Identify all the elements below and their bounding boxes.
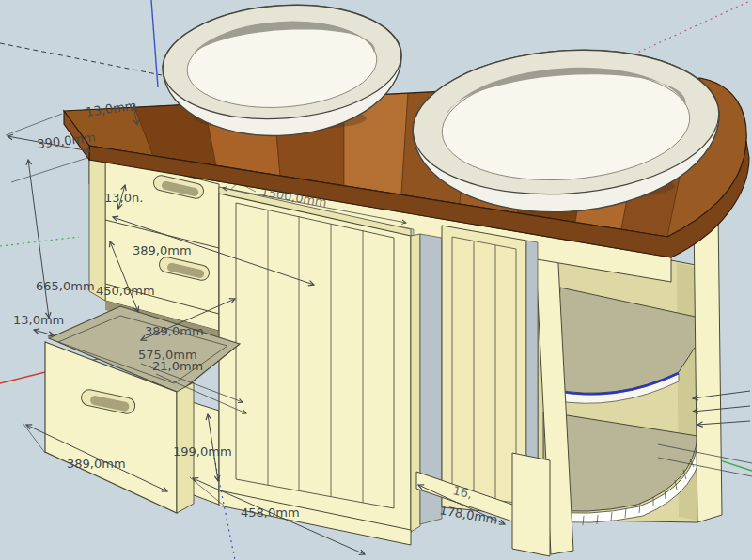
dim-ext bbox=[11, 158, 87, 182]
dim-ext bbox=[23, 423, 45, 453]
dim-label-drawer-width-bottom[interactable]: 389,0mm bbox=[67, 457, 126, 471]
dim-label-rail-thickness[interactable]: 13,0n. bbox=[104, 191, 143, 205]
dim-label-drawer-bank-height[interactable]: 450,0mm bbox=[96, 284, 155, 298]
dim-label-door-width[interactable]: 458,0mm bbox=[241, 506, 300, 520]
dim-line-side-thickness[interactable] bbox=[34, 330, 54, 335]
dim-label-drawer-width-mid[interactable]: 389,0mm bbox=[145, 324, 204, 338]
dim-label-drawer-width-top[interactable]: 389,0mm bbox=[133, 243, 192, 257]
dim-label-side-thickness[interactable]: 13,0mm bbox=[13, 313, 64, 327]
center-door[interactable] bbox=[219, 187, 420, 532]
right-side-panel[interactable] bbox=[694, 210, 722, 522]
blue-axis-line bbox=[151, 0, 158, 87]
center-right-leg[interactable] bbox=[512, 453, 550, 556]
dim-ext bbox=[6, 114, 62, 135]
dim-line-cabinet-height[interactable] bbox=[28, 160, 49, 318]
dim-label-cabinet-height[interactable]: 665,0mm bbox=[36, 279, 95, 293]
3d-viewport[interactable]: 13,0mm 390,0mm 13,0n. 1500,0mm 389,0mm 6… bbox=[0, 0, 752, 560]
black-guide-line bbox=[0, 43, 162, 75]
magenta-guide-line bbox=[623, 1, 750, 59]
dim-label-leg-height[interactable]: 199,0mm bbox=[173, 444, 232, 459]
dim-label-drawer-side-thickness[interactable]: 21,0mm bbox=[152, 359, 203, 373]
